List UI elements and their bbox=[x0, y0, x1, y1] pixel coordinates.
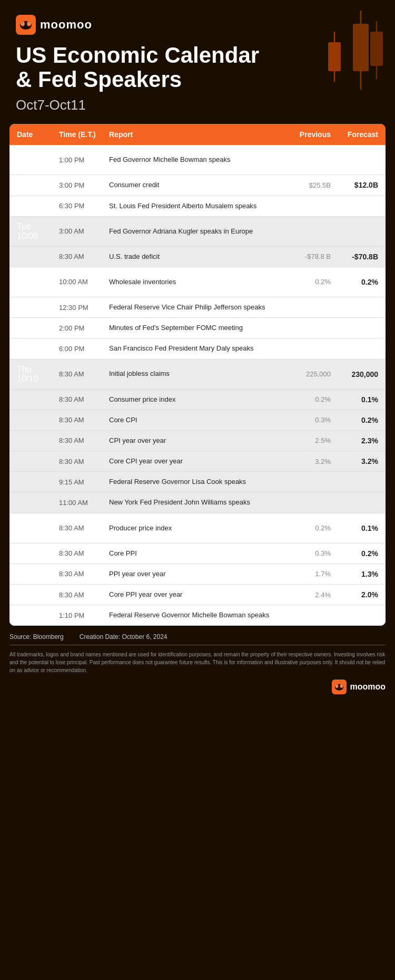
table-row: Wed10/0910:00 AMWholesale inventories0.2… bbox=[9, 267, 386, 297]
forecast-cell: 230,000 bbox=[331, 370, 378, 379]
col-report: Report bbox=[109, 130, 283, 139]
table-row: 2:00 PMMinutes of Fed's September FOMC m… bbox=[9, 318, 386, 338]
report-cell: Fed Governor Adriana Kugler speaks in Eu… bbox=[109, 227, 283, 236]
footer-bottom: moomoo bbox=[9, 680, 386, 694]
time-cell: 8:30 AM bbox=[59, 549, 109, 557]
footer-divider bbox=[9, 645, 386, 645]
report-cell: PPI year over year bbox=[109, 569, 283, 579]
footer-disclaimer: All trademarks, logos and brand names me… bbox=[9, 651, 386, 674]
day-name: Wed bbox=[17, 273, 59, 282]
svg-point-23 bbox=[337, 686, 337, 686]
report-cell: Core CPI year over year bbox=[109, 457, 283, 466]
forecast-cell: 3.2% bbox=[331, 457, 378, 465]
time-cell: 1:00 PM bbox=[59, 156, 109, 164]
report-cell: Consumer credit bbox=[109, 180, 283, 190]
table-row: Tue10/083:00 AMFed Governor Adriana Kugl… bbox=[9, 217, 386, 247]
time-cell: 8:30 AM bbox=[59, 524, 109, 532]
svg-point-24 bbox=[341, 686, 342, 686]
day-name: Tue bbox=[17, 222, 59, 231]
forecast-cell: -$70.8B bbox=[331, 253, 378, 261]
table-row: 8:30 AMCore CPI0.3%0.2% bbox=[9, 410, 386, 431]
previous-cell: 0.2% bbox=[283, 395, 331, 403]
col-date: Date bbox=[17, 130, 59, 139]
table-row: 12:30 PMFederal Reserve Vice Chair Phili… bbox=[9, 297, 386, 318]
day-name: Fri bbox=[17, 519, 59, 528]
moomoo-logo-icon bbox=[16, 15, 36, 35]
report-cell: CPI year over year bbox=[109, 436, 283, 445]
table-row: 11:00 AMNew York Fed President John Will… bbox=[9, 492, 386, 513]
previous-cell: -$78.8 B bbox=[283, 253, 331, 260]
footer-creation-date: Creation Date: October 6, 2024 bbox=[80, 633, 167, 641]
table-row: 8:30 AMCore PPI0.3%0.2% bbox=[9, 544, 386, 564]
forecast-cell: 0.1% bbox=[331, 524, 378, 532]
day-cell: Tue10/08 bbox=[17, 222, 59, 241]
day-date: 10/10 bbox=[17, 374, 59, 384]
report-cell: New York Fed President John Williams spe… bbox=[109, 498, 283, 507]
time-cell: 10:00 AM bbox=[59, 278, 109, 286]
time-cell: 8:30 AM bbox=[59, 395, 109, 403]
table-row: Fri10/118:30 AMProducer price index0.2%0… bbox=[9, 513, 386, 544]
table-row: Thu10/108:30 AMInitial jobless claims225… bbox=[9, 360, 386, 390]
table-row: Mon10/071:00 PMFed Governor Michelle Bow… bbox=[9, 145, 386, 175]
day-cell: Thu10/10 bbox=[17, 365, 59, 384]
table-row: 6:00 PMSan Francisco Fed President Mary … bbox=[9, 338, 386, 359]
page-title: US Economic Calendar & Fed Speakers bbox=[16, 43, 379, 92]
footer-meta: Source: Bloomberg Creation Date: October… bbox=[9, 633, 386, 641]
day-group-10-09: Wed10/0910:00 AMWholesale inventories0.2… bbox=[9, 267, 386, 360]
day-group-10-07: Mon10/071:00 PMFed Governor Michelle Bow… bbox=[9, 145, 386, 216]
table-row: 3:00 PMConsumer credit$25.5B$12.0B bbox=[9, 175, 386, 196]
time-cell: 8:30 AM bbox=[59, 570, 109, 578]
time-cell: 9:15 AM bbox=[59, 478, 109, 486]
day-name: Thu bbox=[17, 365, 59, 374]
report-cell: Federal Reserve Vice Chair Philip Jeffer… bbox=[109, 303, 283, 312]
day-date: 10/11 bbox=[17, 528, 59, 538]
report-cell: Core PPI bbox=[109, 549, 283, 558]
time-cell: 8:30 AM bbox=[59, 370, 109, 378]
time-cell: 8:30 AM bbox=[59, 591, 109, 599]
col-time: Time (E.T.) bbox=[59, 130, 109, 139]
table-row: 8:30 AMU.S. trade deficit-$78.8 B-$70.8B bbox=[9, 247, 386, 267]
previous-cell: 2.4% bbox=[283, 591, 331, 599]
forecast-cell: 0.1% bbox=[331, 395, 378, 404]
day-group-10-08: Tue10/083:00 AMFed Governor Adriana Kugl… bbox=[9, 217, 386, 267]
table-row: 8:30 AMCPI year over year2.5%2.3% bbox=[9, 431, 386, 451]
economic-calendar-table: Date Time (E.T.) Report Previous Forecas… bbox=[9, 124, 386, 626]
previous-cell: 0.2% bbox=[283, 278, 331, 286]
time-cell: 8:30 AM bbox=[59, 416, 109, 424]
report-cell: Wholesale inventories bbox=[109, 277, 283, 287]
table-row: 1:10 PMFederal Reserve Governor Michelle… bbox=[9, 605, 386, 626]
day-date: 10/08 bbox=[17, 231, 59, 241]
report-cell: San Francisco Fed President Mary Daly sp… bbox=[109, 344, 283, 353]
day-date: 10/07 bbox=[17, 160, 59, 169]
time-cell: 12:30 PM bbox=[59, 304, 109, 312]
previous-cell: 0.2% bbox=[283, 524, 331, 532]
day-cell: Wed10/09 bbox=[17, 273, 59, 292]
table-row: 6:30 PMSt. Louis Fed President Alberto M… bbox=[9, 196, 386, 217]
time-cell: 8:30 AM bbox=[59, 436, 109, 444]
logo-text: moomoo bbox=[40, 18, 92, 32]
previous-cell: 1.7% bbox=[283, 570, 331, 578]
day-date: 10/09 bbox=[17, 282, 59, 292]
day-name: Mon bbox=[17, 150, 59, 160]
time-cell: 6:00 PM bbox=[59, 345, 109, 353]
day-cell: Mon10/07 bbox=[17, 150, 59, 169]
forecast-cell: 0.2% bbox=[331, 549, 378, 558]
report-cell: Core CPI bbox=[109, 415, 283, 425]
day-cell: Fri10/11 bbox=[17, 519, 59, 538]
report-cell: Producer price index bbox=[109, 523, 283, 533]
forecast-cell: 1.3% bbox=[331, 570, 378, 578]
footer-source: Source: Bloomberg bbox=[9, 633, 64, 641]
previous-cell: 3.2% bbox=[283, 458, 331, 465]
report-cell: Fed Governor Michelle Bowman speaks bbox=[109, 155, 283, 164]
report-cell: Core PPI year over year bbox=[109, 590, 283, 599]
time-cell: 8:30 AM bbox=[59, 253, 109, 260]
col-forecast: Forecast bbox=[331, 130, 378, 139]
time-cell: 3:00 PM bbox=[59, 181, 109, 189]
forecast-cell: 2.3% bbox=[331, 436, 378, 445]
footer-moomoo-icon bbox=[332, 680, 347, 694]
day-group-10-10: Thu10/108:30 AMInitial jobless claims225… bbox=[9, 360, 386, 513]
table-row: 8:30 AMConsumer price index0.2%0.1% bbox=[9, 390, 386, 410]
footer-logo-text: moomoo bbox=[350, 682, 386, 692]
table-row: 8:30 AMCore PPI year over year2.4%2.0% bbox=[9, 585, 386, 605]
col-previous: Previous bbox=[283, 130, 331, 139]
